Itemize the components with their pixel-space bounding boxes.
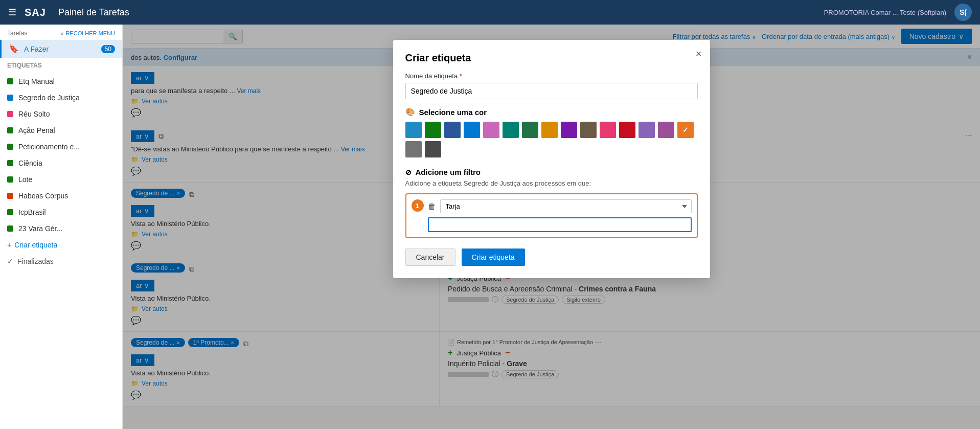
color-swatch-1[interactable] [425, 122, 441, 138]
segredo-justica-label: Segredo de Justiça [18, 94, 80, 102]
top-navigation: ☰ SAJ Painel de Tarefas PROMOTORIA Comar… [0, 0, 980, 25]
filter-text-input[interactable] [428, 217, 692, 232]
modal-title: Criar etiqueta [405, 52, 698, 64]
color-swatch-12[interactable] [639, 122, 655, 138]
sidebar-item-finalizadas[interactable]: ✓ Finalizadas [0, 253, 122, 269]
23vara-label: 23 Vara Gér... [18, 224, 62, 233]
sidebar: Tarefas « RECOLHER MENU 🔖 A Fazer 50 Eti… [0, 25, 123, 429]
hamburger-menu-icon[interactable]: ☰ [8, 7, 16, 18]
finalizadas-label: Finalizadas [17, 257, 54, 265]
color-swatch-3[interactable] [464, 122, 480, 138]
collapse-label: RECOLHER MENU [65, 30, 115, 36]
23vara-dot [7, 225, 13, 232]
nome-etiqueta-input[interactable] [405, 83, 698, 99]
reu-solto-label: Réu Solto [18, 110, 50, 118]
habeas-corpus-label: Habeas Corpus [18, 192, 68, 200]
peticionamento-label: Peticionamento e... [18, 143, 80, 151]
criar-etiqueta-label: Criar etiqueta [14, 241, 57, 249]
reu-solto-dot [7, 111, 13, 117]
color-swatch-11[interactable] [619, 122, 635, 138]
color-swatch-16[interactable] [425, 141, 441, 157]
criar-etiqueta-modal: Criar etiqueta × Nome da etiqueta * 🎨 Se… [393, 40, 710, 278]
criar-etiqueta-button[interactable]: + Criar etiqueta [0, 237, 122, 253]
user-info: PROMOTORIA Comar ... Teste (Softplan) [824, 9, 946, 16]
a-fazer-badge: 50 [101, 45, 115, 53]
color-section-title: 🎨 Selecione uma cor [405, 107, 698, 117]
sidebar-item-acao-penal[interactable]: Ação Penal [0, 122, 122, 139]
sidebar-item-lote[interactable]: Lote [0, 171, 122, 188]
ciencia-label: Ciência [18, 159, 42, 167]
a-fazer-label: A Fazer [24, 45, 49, 53]
color-swatch-2[interactable] [444, 122, 461, 138]
filter-row: 1 🗑 Tarja Tipo Assunto Parte [405, 193, 698, 238]
filter-type-select[interactable]: Tarja Tipo Assunto Parte [440, 199, 692, 213]
check-icon: ✓ [7, 257, 13, 265]
color-swatch-6[interactable] [522, 122, 538, 138]
habeas-corpus-dot [7, 193, 13, 199]
lote-label: Lote [18, 175, 32, 184]
acao-penal-dot [7, 127, 13, 133]
cancel-button[interactable]: Cancelar [405, 249, 455, 266]
plus-icon: + [7, 241, 11, 249]
color-swatch-15[interactable] [405, 141, 422, 157]
filter-desc: Adicione a etiqueta Segredo de Justiça a… [405, 179, 698, 187]
filter-icon: ⊘ [405, 168, 412, 176]
filter-section: ⊘ Adicione um filtro Adicione a etiqueta… [405, 168, 698, 238]
color-swatch-7[interactable] [541, 122, 558, 138]
etq-manual-label: Etq Manual [18, 77, 55, 85]
avatar[interactable]: S( [954, 4, 972, 21]
color-swatch-0[interactable] [405, 122, 422, 138]
main-layout: Tarefas « RECOLHER MENU 🔖 A Fazer 50 Eti… [0, 25, 980, 429]
sidebar-item-ciencia[interactable]: Ciência [0, 155, 122, 171]
sidebar-item-habeas-corpus[interactable]: Habeas Corpus [0, 188, 122, 204]
content-area: 🔍 Filtrar por todas as tarefas ∨ Ordenar… [123, 25, 980, 429]
nome-etiqueta-label: Nome da etiqueta * [405, 72, 698, 80]
filter-section-title: ⊘ Adicione um filtro [405, 168, 698, 176]
modal-footer: Cancelar Criar etiqueta [405, 249, 698, 266]
ciencia-dot [7, 160, 13, 166]
sidebar-header: Tarefas « RECOLHER MENU [0, 25, 122, 40]
color-swatch-10[interactable] [600, 122, 616, 138]
filter-row-inner: 🗑 Tarja Tipo Assunto Parte [428, 199, 692, 213]
color-swatch-8[interactable] [561, 122, 577, 138]
collapse-menu-button[interactable]: « RECOLHER MENU [60, 30, 115, 36]
color-swatch-4[interactable] [483, 122, 499, 138]
sidebar-item-23vara[interactable]: 23 Vara Gér... [0, 220, 122, 237]
color-grid [405, 122, 698, 157]
filter-number: 1 [412, 199, 424, 212]
filter-controls: 🗑 Tarja Tipo Assunto Parte [428, 199, 692, 232]
color-swatch-14[interactable] [677, 122, 694, 138]
etiquetas-header: Etiquetas [0, 58, 122, 73]
sidebar-item-peticionamento[interactable]: Peticionamento e... [0, 139, 122, 155]
sidebar-item-a-fazer[interactable]: 🔖 A Fazer 50 [0, 40, 122, 58]
lote-dot [7, 176, 13, 183]
chevron-left-icon: « [60, 30, 63, 36]
app-logo: SAJ [25, 7, 46, 18]
color-swatch-9[interactable] [580, 122, 597, 138]
icpbrasil-dot [7, 209, 13, 215]
color-swatch-13[interactable] [658, 122, 674, 138]
sidebar-item-segredo-justica[interactable]: Segredo de Justiça [0, 89, 122, 106]
sidebar-item-etq-manual[interactable]: Etq Manual [0, 73, 122, 89]
palette-icon: 🎨 [405, 107, 415, 117]
bookmark-icon: 🔖 [9, 44, 19, 54]
color-section: 🎨 Selecione uma cor [405, 107, 698, 157]
page-title: Painel de Tarefas [58, 7, 129, 18]
criar-etiqueta-button[interactable]: Criar etiqueta [462, 249, 525, 266]
filter-delete-button[interactable]: 🗑 [428, 202, 436, 211]
sidebar-item-reu-solto[interactable]: Réu Solto [0, 106, 122, 122]
tarefas-label: Tarefas [7, 30, 27, 37]
icpbrasil-label: IcpBrasil [18, 208, 46, 216]
etq-manual-dot [7, 78, 13, 84]
modal-overlay: Criar etiqueta × Nome da etiqueta * 🎨 Se… [123, 25, 980, 429]
required-asterisk: * [460, 72, 462, 80]
modal-close-button[interactable]: × [696, 48, 702, 60]
color-swatch-5[interactable] [503, 122, 519, 138]
peticionamento-dot [7, 144, 13, 150]
sidebar-item-icpbrasil[interactable]: IcpBrasil [0, 204, 122, 220]
segredo-justica-dot [7, 95, 13, 101]
acao-penal-label: Ação Penal [18, 126, 55, 134]
